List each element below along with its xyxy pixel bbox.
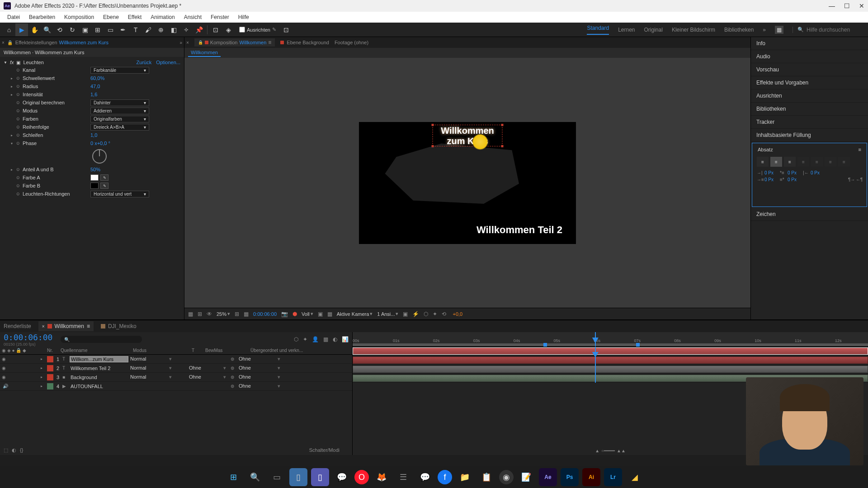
time-ruler[interactable]: 00s01s02s03s04s05s06s07s08s09s10s11s12s [353,332,868,347]
indent-right-value[interactable]: 0 Px [811,170,820,175]
folder-icon[interactable]: 📁 [456,468,474,486]
notepad-icon[interactable]: 📝 [517,468,535,486]
space-before-value[interactable]: 0 Px [788,170,797,175]
region-icon[interactable]: ▣ [318,311,323,317]
layer-name[interactable]: Willkommen Teil 2 [70,366,128,371]
workspace-grid-icon[interactable]: ▦ [775,26,783,34]
expand-icon[interactable]: ▸ [11,168,16,172]
stopwatch-icon[interactable]: ⊙ [16,125,23,129]
stopwatch-icon[interactable]: ⊙ [16,108,23,113]
col-parent[interactable]: Übergeordnet und verkn... [250,348,318,353]
close-icon[interactable]: × [186,40,189,45]
workspace-kleiner[interactable]: Kleiner Bildschirm [672,27,715,33]
layer-row[interactable]: ◉ ▸ 1 T Willkom...zum Kurs Normal▾ ⊚ Ohn… [0,355,352,364]
expand-icon[interactable]: ▼ [4,61,7,65]
expand-icon[interactable]: ▸ [11,133,16,137]
camera-dropdown[interactable]: Aktive Kamera▾ [337,311,373,317]
expand-icon[interactable]: ▸ [11,76,16,80]
stopwatch-icon[interactable]: ⊙ [16,192,23,196]
brush-tool[interactable]: 🖌 [142,23,155,36]
close-icon[interactable]: × [42,324,45,329]
stopwatch-icon[interactable]: ⊙ [16,117,23,121]
stopwatch-icon[interactable]: ⊙ [16,68,23,72]
stopwatch-icon[interactable]: ⊙ [16,92,23,97]
pen-tool[interactable]: ✒ [117,23,129,36]
lightroom-icon[interactable]: Lr [604,468,622,486]
stopwatch-icon[interactable]: ⊙ [16,175,23,180]
notes-icon[interactable]: 📋 [477,468,495,486]
parent-pickwhip-icon[interactable]: ⊚ [228,384,237,389]
effect-visibility-icon[interactable]: ▣ [16,60,20,65]
parent-pickwhip-icon[interactable]: ⊚ [228,375,237,380]
richtungen-dropdown[interactable]: Horizontal und vert▾ [90,191,149,197]
panel-menu-icon[interactable]: ≡ [859,147,861,152]
minimize-button[interactable]: — [829,2,835,9]
transparency-icon[interactable]: ▦ [327,311,332,317]
expand-icon[interactable]: ▸ [41,384,47,388]
menu-datei[interactable]: Datei [3,14,24,20]
effect-options-link[interactable]: Optionen... [156,60,180,65]
illustrator-icon[interactable]: Ai [582,468,600,486]
tab-willkommen[interactable]: × Willkommen ≡ [38,321,94,331]
composition-viewer[interactable]: Willkommen zum Kurs Willkommen Teil 2 [184,58,750,308]
menu-bearbeiten[interactable]: Bearbeiten [24,14,60,20]
footage-tab[interactable]: Footage (ohne) [335,40,368,45]
schwellenwert-value[interactable]: 60,0% [90,75,104,81]
zoom-out-icon[interactable]: ▲ [595,448,599,453]
visibility-icon[interactable]: ◉ [2,366,6,371]
grid-icon-2[interactable]: ▦ [244,311,249,317]
panel-lock-icon[interactable]: 🔒 [7,40,13,45]
justify-last-center-button[interactable]: ≡ [811,157,823,167]
parent-dropdown[interactable]: Ohne▾ [237,365,282,371]
stopwatch-icon[interactable]: ⊙ [16,84,23,89]
blend-mode-dropdown[interactable]: Normal▾ [128,365,174,371]
zoom-slider[interactable]: ○━━━━ [601,448,615,453]
phase-dial[interactable] [92,149,107,164]
text-layer-teil2[interactable]: Willkommen Teil 2 [476,224,562,236]
layer-name[interactable]: Willkom...zum Kurs [70,356,128,362]
align-right-button[interactable]: ≡ [784,157,796,167]
explorer-icon[interactable]: ▯ [289,468,307,486]
eyedropper-icon[interactable]: ✎ [100,174,108,181]
direction-rtl-icon[interactable]: ←¶ [856,177,862,182]
maximize-button[interactable]: ☐ [844,2,850,9]
teams-icon[interactable]: ▯ [311,468,329,486]
roto-tool[interactable]: ✧ [180,23,193,36]
pixel-aspect-icon[interactable]: ▣ [403,311,408,317]
workspace-lernen[interactable]: Lernen [618,27,635,33]
help-search-input[interactable] [807,27,865,33]
stopwatch-icon[interactable]: ⊙ [16,141,23,145]
work-area-end[interactable] [636,343,640,347]
anteil-value[interactable]: 50% [90,167,100,172]
comp-tab[interactable]: 🔒 Komposition Willkommen ≡ [194,38,275,47]
toggle-switches-icon[interactable]: ⬚ [4,447,8,453]
close-button[interactable]: ✕ [859,2,864,9]
fx-badge[interactable]: fx [10,60,14,65]
clip-layer-1[interactable] [353,347,868,355]
parent-pickwhip-icon[interactable]: ⊚ [228,366,237,371]
work-area-start[interactable] [543,343,547,347]
camera-tool[interactable]: ▣ [79,23,91,36]
schalter-modi-button[interactable]: Schalter/Modi [309,447,340,453]
hide-shy-icon[interactable]: 👤 [312,336,319,343]
visibility-icon[interactable]: ◉ [2,357,6,361]
proxy-icon[interactable]: ⊡ [280,23,292,36]
phase-value[interactable]: 0 x+0,0 ° [90,141,110,146]
panel-bibliotheken[interactable]: Bibliotheken [751,103,868,116]
farbe-b-swatch[interactable] [90,183,99,189]
original-dropdown[interactable]: Dahinter▾ [90,99,149,106]
opera-icon[interactable]: O [354,470,369,484]
panel-tab-link[interactable]: Willkommen zum Kurs [59,40,108,45]
layer-color[interactable] [47,383,53,389]
stopwatch-icon[interactable]: ⊙ [16,133,23,137]
app-icon-1[interactable]: ☰ [394,468,412,486]
layer-row[interactable]: ◉ ▸ 2 T Willkommen Teil 2 Normal▾ Ohne▾ … [0,364,352,373]
panel-vorschau[interactable]: Vorschau [751,63,868,76]
after-effects-icon[interactable]: Ae [539,468,557,486]
expand-icon[interactable]: ▸ [41,366,47,370]
farbe-a-swatch[interactable] [90,174,99,181]
tab-mexiko[interactable]: DJI_Mexiko [101,323,137,329]
brackets-icon[interactable]: {} [20,447,23,453]
col-t[interactable]: T [192,348,205,353]
panel-ausrichten[interactable]: Ausrichten [751,89,868,103]
